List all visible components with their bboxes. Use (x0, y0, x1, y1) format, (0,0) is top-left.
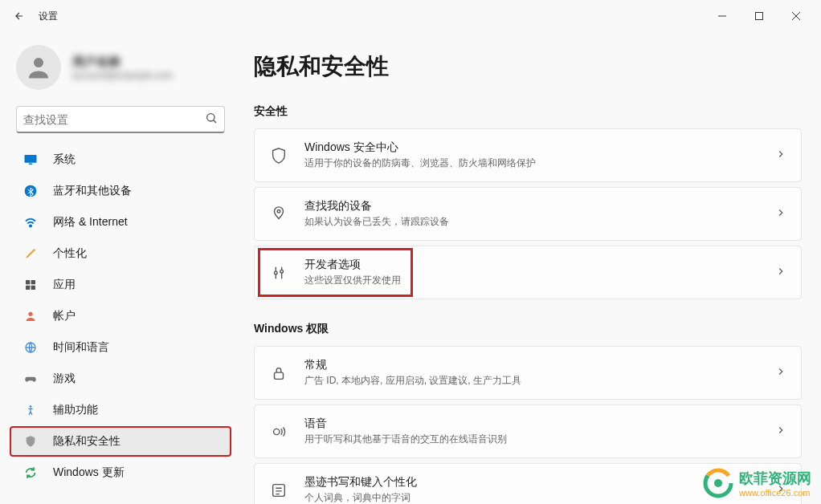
watermark-logo-icon (702, 467, 734, 499)
card-desc: 这些设置仅供开发使用 (304, 274, 775, 287)
apps-icon (22, 277, 39, 293)
sidebar-item-label: 游戏 (53, 372, 76, 386)
titlebar: 设置 (0, 0, 821, 32)
watermark: 欧菲资源网 www.office26.com (702, 467, 811, 499)
sidebar-item-label: 时间和语言 (53, 340, 109, 355)
monitor-icon (22, 152, 39, 168)
sidebar-item-gaming[interactable]: 游戏 (10, 364, 231, 394)
sidebar-item-windows-update[interactable]: Windows 更新 (10, 457, 231, 488)
content-area: 隐私和安全性 安全性 Windows 安全中心 适用于你的设备的防病毒、浏览器、… (241, 32, 821, 504)
svg-rect-12 (31, 280, 35, 284)
card-desc: 如果认为设备已丢失，请跟踪设备 (304, 215, 775, 229)
sidebar-item-time-language[interactable]: 时间和语言 (10, 332, 231, 363)
dictionary-icon (269, 481, 288, 500)
user-name: 用户名称 (72, 55, 174, 70)
chevron-right-icon (775, 366, 786, 380)
globe-icon (22, 339, 39, 356)
card-general[interactable]: 常规 广告 ID, 本地内容, 应用启动, 设置建议, 生产力工具 (254, 346, 802, 400)
svg-rect-11 (26, 280, 30, 284)
gamepad-icon (22, 371, 39, 387)
shield-icon (22, 433, 39, 449)
location-person-icon (269, 205, 288, 224)
maximize-button[interactable] (741, 3, 778, 29)
svg-rect-7 (25, 155, 37, 163)
lock-icon (269, 364, 288, 383)
section-title-permissions: Windows 权限 (254, 322, 802, 336)
sidebar-item-label: Windows 更新 (53, 465, 125, 480)
card-developer-options[interactable]: 开发者选项 这些设置仅供开发使用 (254, 246, 802, 299)
accessibility-icon (22, 402, 39, 418)
svg-point-22 (274, 429, 280, 434)
sidebar-item-label: 个性化 (53, 246, 87, 261)
sidebar-item-accounts[interactable]: 帐户 (10, 301, 231, 331)
sidebar-item-personalization[interactable]: 个性化 (10, 238, 231, 269)
brush-icon (22, 246, 39, 262)
sidebar-item-accessibility[interactable]: 辅助功能 (10, 395, 231, 425)
sidebar-item-label: 蓝牙和其他设备 (53, 184, 132, 198)
card-desc: 适用于你的设备的防病毒、浏览器、防火墙和网络保护 (304, 156, 775, 170)
sidebar-item-label: 网络 & Internet (53, 215, 128, 230)
watermark-url: www.office26.com (739, 488, 811, 498)
sidebar-item-network[interactable]: 网络 & Internet (10, 207, 231, 238)
sidebar-item-privacy[interactable]: 隐私和安全性 (10, 426, 231, 457)
sidebar: 用户名称 account@example.com 系统 蓝牙和其他设备 网络 &… (0, 32, 241, 504)
sidebar-item-bluetooth[interactable]: 蓝牙和其他设备 (10, 176, 231, 206)
wifi-icon (22, 214, 39, 230)
card-desc: 用于听写和其他基于语音的交互的在线语音识别 (304, 433, 775, 446)
svg-point-17 (30, 405, 32, 408)
user-email: account@example.com (72, 70, 174, 81)
card-find-device[interactable]: 查找我的设备 如果认为设备已丢失，请跟踪设备 (254, 187, 802, 241)
svg-point-4 (34, 58, 43, 67)
page-title: 隐私和安全性 (254, 51, 802, 82)
card-windows-security[interactable]: Windows 安全中心 适用于你的设备的防病毒、浏览器、防火墙和网络保护 (254, 128, 802, 182)
svg-rect-13 (26, 286, 30, 290)
svg-point-15 (28, 312, 32, 316)
sidebar-item-label: 系统 (53, 152, 76, 167)
chevron-right-icon (775, 266, 786, 279)
sidebar-item-system[interactable]: 系统 (10, 144, 231, 175)
user-icon (22, 308, 39, 324)
svg-point-10 (30, 225, 31, 226)
card-desc: 广告 ID, 本地内容, 应用启动, 设置建议, 生产力工具 (304, 374, 775, 388)
speech-icon (269, 422, 288, 441)
svg-point-18 (277, 209, 280, 213)
card-speech[interactable]: 语音 用于听写和其他基于语音的交互的在线语音识别 (254, 404, 802, 458)
search-box[interactable] (16, 106, 225, 133)
svg-point-19 (275, 271, 278, 274)
sidebar-item-label: 应用 (53, 278, 76, 292)
update-icon (22, 465, 39, 481)
svg-line-6 (214, 120, 216, 123)
svg-point-20 (280, 270, 284, 273)
chevron-right-icon (775, 207, 786, 221)
minimize-button[interactable] (704, 3, 741, 29)
svg-point-5 (207, 114, 214, 121)
window-controls (704, 3, 815, 29)
tools-icon (269, 263, 288, 282)
card-title: 语音 (304, 417, 775, 431)
shield-outline-icon (269, 146, 288, 165)
svg-rect-14 (31, 286, 35, 290)
card-title: 开发者选项 (304, 258, 775, 272)
chevron-right-icon (775, 425, 786, 438)
user-block[interactable]: 用户名称 account@example.com (3, 39, 238, 106)
card-title: 查找我的设备 (304, 199, 775, 213)
card-title: 常规 (304, 358, 775, 372)
close-button[interactable] (778, 3, 815, 29)
sidebar-item-apps[interactable]: 应用 (10, 270, 231, 300)
sidebar-item-label: 辅助功能 (53, 403, 98, 417)
svg-rect-1 (756, 13, 763, 20)
sidebar-item-label: 帐户 (53, 309, 76, 323)
sidebar-item-label: 隐私和安全性 (53, 434, 120, 449)
window-title: 设置 (39, 10, 58, 23)
back-button[interactable] (6, 3, 32, 29)
avatar (16, 45, 61, 90)
svg-rect-21 (275, 372, 284, 379)
watermark-title: 欧菲资源网 (739, 469, 811, 488)
search-input[interactable] (23, 113, 205, 126)
search-icon (205, 112, 218, 127)
section-title-security: 安全性 (254, 104, 802, 119)
bluetooth-icon (22, 183, 39, 199)
chevron-right-icon (775, 148, 786, 162)
svg-point-26 (714, 479, 722, 487)
card-title: Windows 安全中心 (304, 140, 775, 155)
